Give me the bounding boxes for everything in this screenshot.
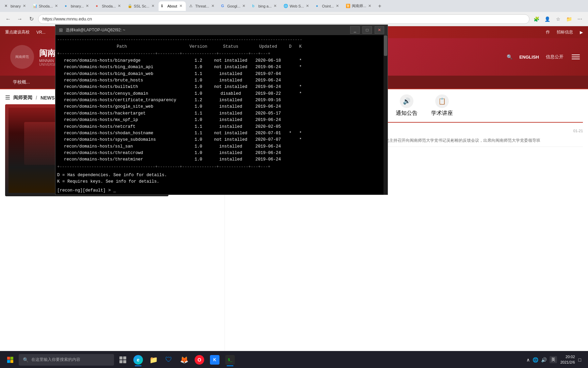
terminal-row: recon/domains-hosts/netcraft 1.1 install… [57, 124, 386, 130]
collections-icon[interactable]: 📁 [564, 14, 574, 24]
favorites-icon[interactable]: ☆ [553, 14, 563, 24]
terminal-row: recon/domains-hosts/mx_spf_ip 1.0 instal… [57, 117, 386, 123]
tab-lectures[interactable]: 📋 学术讲座 [431, 94, 453, 117]
tab-close-3[interactable]: ✕ [85, 3, 89, 9]
tab-bing[interactable]: b bing a... ✕ [249, 1, 280, 11]
terminal-row: recon/domains-hosts/hackertarget 1.1 ins… [57, 110, 386, 117]
tab-title-10: Web S... [290, 4, 304, 8]
news-header-title: 闽师要闻 [13, 95, 32, 101]
taskbar-defender[interactable]: 🛡 [162, 353, 176, 367]
tab-close-2[interactable]: ✕ [54, 3, 59, 9]
task-view-svg [119, 356, 127, 364]
tab-close-1[interactable]: ✕ [22, 3, 27, 9]
start-button[interactable] [3, 353, 17, 367]
clock-time: 20:02 [560, 354, 575, 359]
tab-close-8[interactable]: ✕ [242, 3, 246, 9]
tab-threat[interactable]: ⚠ Threat... ✕ [186, 1, 218, 11]
forward-button[interactable]: → [15, 14, 24, 24]
tab-close-7[interactable]: ✕ [211, 3, 215, 9]
chevron-up-icon[interactable]: ∧ [526, 357, 530, 363]
tab-google[interactable]: G Googl... ✕ [218, 1, 249, 11]
terminal-body[interactable]: ----------------------------------------… [55, 35, 388, 195]
tab-close-12[interactable]: ✕ [368, 3, 372, 9]
taskbar-search[interactable]: 🔍 在这里输入你要搜索的内容 [19, 354, 114, 366]
lectures-icon: 📋 [435, 94, 449, 108]
taskbar-edge[interactable]: e [131, 353, 145, 367]
volume-icon[interactable]: 🔊 [541, 357, 547, 363]
extensions-icon[interactable]: 🧩 [532, 14, 541, 24]
tab-title-6: About [167, 4, 177, 8]
tab-close-11[interactable]: ✕ [335, 3, 340, 9]
terminal-prompt[interactable]: [recon-ng][default] > _ [57, 187, 386, 194]
tab-osint[interactable]: ● Osint... ✕ [313, 1, 342, 11]
terminal-icon: ⊞ [59, 27, 63, 33]
tab-close-6[interactable]: ✕ [179, 3, 183, 9]
language-indicator[interactable]: 英 [550, 356, 557, 363]
terminal-footer-line1: D = Has dependencies. See info for detai… [57, 172, 386, 179]
tab-binary2[interactable]: ● binary... ✕ [62, 1, 92, 11]
taskbar-clock[interactable]: 20:02 2021/2/6 [560, 354, 575, 365]
back-button[interactable]: ← [3, 14, 13, 24]
terminal-scrollbar[interactable] [383, 35, 388, 195]
tab-close-5[interactable]: ✕ [151, 3, 155, 9]
notification-icon[interactable]: □ [578, 357, 581, 363]
terminal-row: recon/domains-hosts/censys_domain 1.0 di… [57, 91, 386, 97]
tab-lectures-label: 学术讲座 [431, 110, 453, 117]
tab-notices-label: 通知公告 [396, 110, 418, 117]
site-info-button[interactable]: 信息公开 [546, 54, 564, 60]
terminal-titlebar: ⊞ 选择kali@LAPTOP-UAQ82I92: ~ _ □ ✕ [55, 25, 388, 35]
tab-ssl[interactable]: 🔒 SSL Sc... ✕ [125, 1, 158, 11]
terminal-maximize-button[interactable]: □ [362, 26, 372, 34]
address-bar[interactable]: https://www.mnnu.edu.cn [38, 14, 529, 24]
taskbar-opera[interactable]: O [192, 353, 207, 367]
taskbar-kali[interactable]: K [208, 353, 222, 367]
new-tab-button[interactable]: + [375, 2, 384, 11]
terminal-minimize-button[interactable]: _ [350, 26, 360, 34]
refresh-button[interactable]: ↻ [27, 14, 36, 24]
terminal-taskbar-icon: $_ [225, 355, 235, 365]
terminal-close-button[interactable]: ✕ [375, 26, 384, 34]
tab-shodan[interactable]: 📊 Shoda... ✕ [30, 1, 61, 11]
opera-icon: O [195, 355, 204, 365]
tab-binary[interactable]: ✕ binary ✕ [2, 1, 29, 11]
taskbar-firefox[interactable]: 🦊 [177, 353, 191, 367]
firefox-icon: 🦊 [179, 355, 189, 365]
profile-icon[interactable]: 👤 [542, 14, 552, 24]
tab-about[interactable]: ℹ About ✕ [159, 1, 186, 11]
tab-web[interactable]: 🌐 Web S... ✕ [281, 1, 312, 11]
site-search-button[interactable]: 🔍 [507, 54, 512, 60]
terminal-window: ⊞ 选择kali@LAPTOP-UAQ82I92: ~ _ □ ✕ ------… [55, 25, 388, 195]
site-nav-overview[interactable]: 学校概... [7, 75, 36, 89]
site-language-button[interactable]: ENGLISH [519, 55, 539, 60]
taskbar-task-view[interactable] [116, 353, 130, 367]
taskbar-explorer[interactable]: 📁 [146, 353, 161, 367]
tab-mnnu[interactable]: 🈺 闽南师... ✕ [343, 1, 375, 11]
col-k: K [295, 44, 306, 50]
tab-close-9[interactable]: ✕ [273, 3, 277, 9]
network-icon[interactable]: 🌐 [533, 357, 538, 363]
topnav-vr[interactable]: VR... [36, 30, 46, 35]
tab-notices[interactable]: 🔊 通知公告 [396, 94, 418, 117]
site-menu-button[interactable] [570, 51, 581, 62]
tab-title-4: Shoda... [102, 4, 116, 8]
tab-shodan2[interactable]: ● Shoda... ✕ [93, 1, 124, 11]
search-icon: 🔍 [507, 54, 512, 60]
site-header-right: 🔍 ENGLISH 信息公开 [507, 51, 581, 62]
tab-favicon-10: 🌐 [283, 4, 288, 9]
topnav-work[interactable]: 作 [546, 29, 550, 35]
terminal-title-text: 选择kali@LAPTOP-UAQ82I92: ~ [66, 27, 347, 33]
topnav-more[interactable]: ▶ [580, 30, 583, 35]
tab-close-10[interactable]: ✕ [305, 3, 310, 9]
terminal-row: recon/domains-hosts/builtwith 1.0 not in… [57, 84, 386, 90]
news-sub-header: NEWS [40, 95, 55, 101]
terminal-row: recon/domains-hosts/binaryedge 1.2 not i… [57, 58, 386, 64]
topnav-key-uni[interactable]: 重点建设高校 [5, 29, 30, 35]
tab-favicon-12: 🈺 [346, 4, 350, 9]
edge-icon: e [133, 355, 143, 365]
taskbar-search-text: 在这里输入你要搜索的内容 [31, 357, 80, 363]
settings-icon[interactable]: ⋯ [575, 14, 585, 24]
tab-title-1: binary [11, 4, 21, 8]
taskbar-terminal[interactable]: $_ [223, 353, 237, 367]
tab-close-4[interactable]: ✕ [117, 3, 121, 9]
topnav-bidding[interactable]: 招标信息 [557, 29, 573, 35]
